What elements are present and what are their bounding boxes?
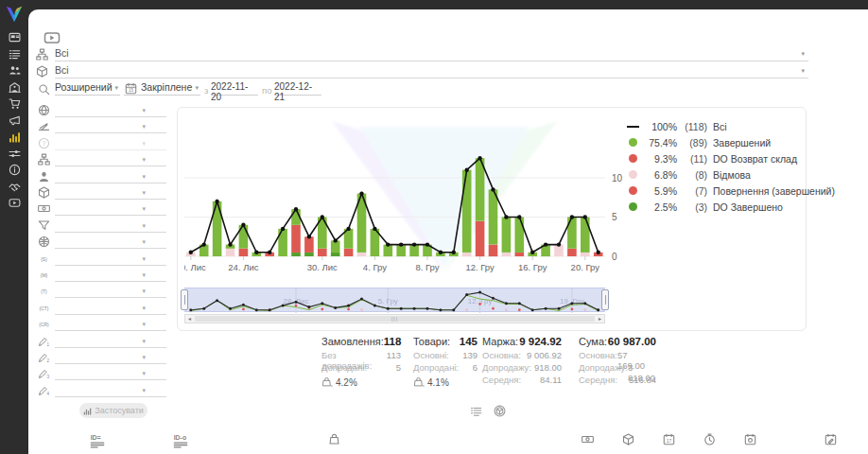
filter-row-geo: ▾: [38, 236, 166, 251]
stat-column-3: Сума: 60 987.00 Основна: 57 169.00 Допро…: [579, 336, 656, 387]
product-filter-dropdown[interactable]: Всі ▾: [55, 64, 808, 79]
banknote-icon[interactable]: [582, 433, 594, 445]
sidebar-item-analytics[interactable]: [0, 129, 28, 145]
sidebar-item-video-lessons[interactable]: [0, 195, 28, 211]
custom-field-3-dropdown[interactable]: [55, 367, 166, 380]
source-dropdown[interactable]: [55, 104, 166, 117]
sliders-icon: [9, 148, 21, 160]
sidebar-item-warehouse[interactable]: [0, 79, 28, 96]
legend-pct: 75.4%: [643, 137, 677, 148]
line-point: [412, 242, 416, 246]
funnel-dropdown[interactable]: [55, 219, 166, 233]
filter-row-funnel-stage: ▾: [38, 120, 166, 135]
structure-dropdown[interactable]: [55, 153, 166, 166]
legend-item-0[interactable]: 100% (118) Всі: [625, 118, 835, 134]
building-icon: [9, 81, 21, 94]
scroll-left-icon[interactable]: ◂: [185, 315, 194, 323]
sidebar-item-purchases[interactable]: [0, 96, 28, 112]
scrollbar-grip[interactable]: |||: [195, 316, 595, 322]
utm-source-dropdown[interactable]: [55, 253, 166, 266]
range-scrollbar[interactable]: ◂ ▸ |||: [184, 314, 605, 323]
id-equal-icon[interactable]: ID=: [90, 433, 105, 448]
sidebar-item-settings[interactable]: [0, 146, 28, 162]
package-icon[interactable]: [622, 433, 634, 445]
scroll-right-icon[interactable]: ▸: [596, 315, 604, 323]
dot-swatch: [629, 154, 637, 163]
funnel-stage-dropdown[interactable]: [55, 120, 166, 133]
range-handle-right[interactable]: [601, 289, 609, 310]
chevron-down-icon: ▾: [142, 387, 146, 394]
utm-term-dropdown[interactable]: [55, 285, 166, 298]
custom-field-1-dropdown[interactable]: [55, 335, 166, 348]
filter-row-source: ▾: [38, 104, 166, 119]
calendar-edit-icon[interactable]: [825, 433, 837, 445]
stat-sub-value: 918.00: [534, 362, 562, 373]
status-filter-dropdown[interactable]: Всі ▾: [55, 47, 808, 61]
id-options-icon[interactable]: ID-o: [173, 433, 188, 448]
manager-dropdown[interactable]: [55, 170, 166, 183]
utm-campaign-dropdown[interactable]: [55, 318, 166, 331]
svg-text:3: 3: [47, 375, 50, 380]
payment-dropdown[interactable]: [55, 202, 166, 216]
video-tutorial-button[interactable]: [43, 28, 68, 46]
line-point: [386, 242, 390, 246]
date-from-input[interactable]: 2022-11-20: [211, 81, 258, 96]
custom-field-4-dropdown[interactable]: [55, 384, 166, 397]
product-dropdown[interactable]: [55, 186, 166, 200]
legend-item-1[interactable]: 75.4% (89) Завершений: [625, 134, 835, 150]
line-point: [346, 227, 350, 231]
sidebar-item-info[interactable]: [0, 162, 28, 178]
calendar-coin-icon[interactable]: [744, 433, 756, 445]
date-to-input[interactable]: 2022-12-21: [274, 81, 321, 96]
legend-item-5[interactable]: 2.5% (3) DO Завершено: [625, 199, 835, 215]
sidebar-item-orders[interactable]: [0, 46, 28, 62]
line-point: [307, 235, 311, 238]
custom-field-2-dropdown[interactable]: [55, 351, 166, 364]
svg-text:17: 17: [667, 439, 672, 444]
clock-icon[interactable]: [703, 433, 716, 445]
apply-filters-button[interactable]: Застосувати: [79, 403, 148, 418]
sidebar-item-panel[interactable]: [0, 29, 28, 45]
stat-title: Маржа:: [482, 336, 518, 347]
legend-count: (7): [677, 185, 707, 197]
range-selector[interactable]: 28. Лис5. Гру12. Гру19. Гру: [184, 288, 605, 312]
utm-content-dropdown[interactable]: [55, 302, 166, 315]
orders-list-view-button[interactable]: [470, 405, 482, 417]
calendar-date-icon[interactable]: 17: [663, 433, 675, 445]
bar-chart-icon: [83, 407, 92, 415]
bar-segment: [291, 225, 301, 253]
products-view-button[interactable]: [494, 405, 506, 417]
svg-text:{M}: {M}: [41, 272, 48, 278]
custom-field-4-icon: 4: [38, 384, 50, 396]
stat-sub-row: Основна: 57 169.00: [579, 350, 656, 362]
utm-term-icon: {T}: [38, 285, 50, 297]
sidebar-item-partners[interactable]: [0, 179, 28, 195]
total-line: [191, 158, 599, 253]
bag-icon: x: [413, 376, 425, 388]
line-point: [570, 215, 574, 218]
bag-icon: x: [321, 376, 333, 388]
geo-dropdown[interactable]: [55, 236, 166, 249]
sidebar-item-marketing[interactable]: [0, 113, 28, 129]
sidebar-item-clients[interactable]: [0, 62, 28, 79]
range-handle-left[interactable]: [181, 289, 188, 310]
svg-text:5: 5: [612, 212, 617, 222]
line-point: [268, 251, 271, 254]
line-point: [215, 200, 218, 203]
legend-item-4[interactable]: 5.9% (7) Повернення (завершений): [625, 183, 835, 199]
period-mode-dropdown[interactable]: 15 Закріплене ▾: [124, 81, 200, 96]
app-logo[interactable]: [4, 4, 25, 25]
bar-segment: [344, 249, 354, 256]
unknown-dropdown[interactable]: [55, 137, 166, 150]
search-mode-dropdown[interactable]: Розширений ▾: [55, 81, 120, 96]
legend-item-3[interactable]: 6.8% (8) Відмова: [625, 166, 835, 183]
legend-item-2[interactable]: 9.3% (11) DO Возврат склад: [625, 150, 835, 166]
bag-icon[interactable]: [328, 433, 340, 445]
svg-text:{CR}: {CR}: [39, 322, 49, 327]
legend-count: (8): [677, 169, 707, 181]
utm-medium-dropdown[interactable]: [55, 269, 166, 282]
filter-row-utm-campaign: {CR} ▾: [38, 318, 166, 333]
chevron-down-icon: ▾: [142, 288, 146, 295]
upsell-share-value: 4.2%: [336, 377, 357, 388]
date-to-label: по: [262, 85, 271, 96]
